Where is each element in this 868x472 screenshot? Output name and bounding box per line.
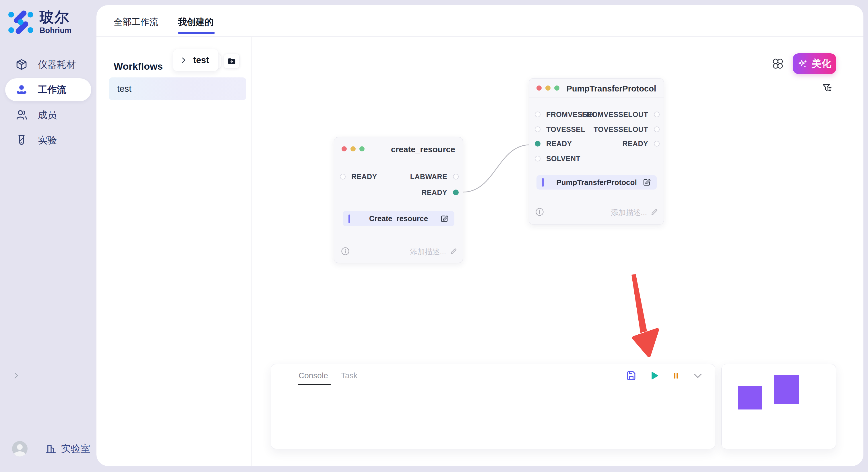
dot-yellow-icon	[350, 146, 355, 151]
node-header: PumpTransferProtocol	[529, 78, 663, 98]
port-out-tovesselout[interactable]: TOVESSELOUT	[594, 125, 660, 133]
info-icon[interactable]	[341, 247, 350, 256]
console-tab-underline	[298, 384, 331, 385]
filter-icon	[822, 82, 833, 94]
brand-logo[interactable]: 玻尔 Bohrium	[8, 10, 71, 35]
edit-icon[interactable]	[440, 214, 449, 224]
command-palette-button[interactable]	[772, 58, 784, 69]
members-icon	[16, 109, 28, 121]
sidebar-item-experiments[interactable]: 实验	[5, 129, 91, 152]
traffic-dots	[536, 86, 559, 91]
node-footer: 添加描述...	[334, 246, 463, 256]
traffic-dots	[342, 146, 365, 151]
minimap-node-create-resource	[738, 386, 762, 409]
workflow-list-item[interactable]: test	[109, 77, 246, 100]
user-avatar[interactable]	[12, 441, 28, 457]
sidebar-footer: 实验室	[12, 441, 90, 457]
console-toolbar	[626, 370, 703, 381]
lab-label: 实验室	[61, 442, 90, 456]
node-title: PumpTransferProtocol	[566, 84, 656, 94]
command-icon	[772, 58, 784, 69]
active-tab-underline	[178, 32, 215, 34]
sidebar-item-label: 工作流	[38, 83, 66, 96]
port-dot-icon[interactable]	[340, 174, 346, 179]
filter-button[interactable]	[822, 82, 833, 94]
port-dot-icon[interactable]	[535, 111, 540, 117]
sidebar-item-label: 实验	[38, 134, 57, 147]
tab-all-workflows[interactable]: 全部工作流	[114, 16, 158, 28]
node-create-resource[interactable]: create_resource READY LABWARE READY Crea…	[334, 137, 463, 263]
dot-green-icon	[554, 86, 559, 91]
tab-console[interactable]: Console	[299, 371, 328, 380]
sidebar-item-workflow[interactable]: 工作流	[5, 78, 91, 101]
port-dot-icon[interactable]	[654, 141, 660, 146]
workflow-people-icon	[16, 84, 28, 96]
import-workflow-button[interactable]	[224, 54, 240, 69]
tab-task[interactable]: Task	[341, 371, 358, 380]
info-icon[interactable]	[535, 208, 544, 216]
port-dot-connected-icon[interactable]	[535, 141, 540, 146]
workflows-title: Workflows	[114, 61, 163, 72]
tab-my-created[interactable]: 我创建的	[178, 16, 214, 28]
dot-yellow-icon	[546, 86, 551, 91]
node-header: create_resource	[334, 137, 463, 160]
node-pump-transfer-protocol[interactable]: PumpTransferProtocol FROMVESSEL FROMVESS…	[529, 78, 664, 225]
port-dot-icon[interactable]	[453, 174, 459, 179]
pause-icon[interactable]	[672, 370, 680, 381]
port-out-ready[interactable]: READY	[622, 140, 660, 148]
edit-icon[interactable]	[642, 178, 652, 187]
port-dot-icon[interactable]	[654, 111, 660, 117]
node-title: create_resource	[391, 145, 455, 154]
node-action-button[interactable]: Create_resource	[343, 211, 454, 226]
dot-green-icon	[360, 146, 365, 151]
pencil-icon[interactable]	[450, 247, 458, 255]
port-out-fromvesselout[interactable]: FROMVESSELOUT	[582, 110, 660, 119]
sidebar-item-label: 成员	[38, 109, 57, 122]
sidebar-item-members[interactable]: 成员	[5, 103, 91, 127]
port-dot-icon[interactable]	[535, 156, 540, 162]
port-in-solvent[interactable]: SOLVENT	[535, 155, 580, 163]
brand-name-en: Bohrium	[40, 26, 71, 35]
breadcrumb-label: test	[193, 55, 209, 65]
dot-red-icon	[536, 86, 541, 91]
minimap-node-pump-transfer	[774, 375, 799, 404]
cursor-bar-icon	[348, 214, 350, 223]
port-in-ready[interactable]: READY	[340, 173, 377, 181]
app-root: 玻尔 Bohrium 仪器耗材	[0, 0, 868, 472]
run-icon[interactable]	[649, 370, 659, 381]
minimap-panel[interactable]	[721, 364, 836, 449]
beautify-button[interactable]: 美化	[793, 53, 836, 74]
port-dot-icon[interactable]	[535, 127, 540, 132]
save-icon[interactable]	[626, 370, 637, 381]
workflows-list-panel: Workflows test	[96, 37, 252, 466]
sidebar-item-instruments[interactable]: 仪器耗材	[5, 53, 91, 76]
package-icon	[16, 59, 28, 71]
port-out-ready[interactable]: READY	[422, 189, 459, 196]
workflow-item-label: test	[117, 84, 131, 94]
beautify-sparkles-icon	[798, 59, 808, 69]
pencil-icon[interactable]	[650, 208, 658, 216]
sidebar: 玻尔 Bohrium 仪器耗材	[0, 0, 96, 472]
bohrium-logo-icon	[8, 10, 34, 35]
folder-import-icon	[227, 57, 236, 65]
description-placeholder[interactable]: 添加描述...	[410, 247, 446, 257]
chevron-right-icon	[181, 57, 187, 63]
sidebar-item-label: 仪器耗材	[38, 58, 76, 71]
dot-red-icon	[342, 146, 347, 151]
port-dot-connected-icon[interactable]	[453, 190, 459, 195]
port-in-tovessel[interactable]: TOVESSEL	[535, 125, 585, 133]
collapse-chevron-icon[interactable]	[693, 370, 703, 381]
console-expand-chevron-icon[interactable]	[12, 372, 20, 380]
beautify-label: 美化	[812, 57, 831, 70]
description-placeholder[interactable]: 添加描述...	[611, 208, 647, 217]
port-dot-icon[interactable]	[654, 127, 660, 132]
node-footer: 添加描述...	[529, 207, 663, 217]
experiment-icon	[16, 134, 28, 146]
lab-switcher[interactable]: 实验室	[45, 442, 90, 456]
node-action-button[interactable]: PumpTransferProtocol	[536, 175, 657, 190]
port-in-ready[interactable]: READY	[535, 140, 572, 148]
port-out-labware[interactable]: LABWARE	[410, 173, 459, 181]
canvas-breadcrumb-chip[interactable]: test	[173, 49, 218, 71]
workflow-tabs: 全部工作流 我创建的	[96, 5, 863, 37]
building-icon	[45, 443, 57, 454]
